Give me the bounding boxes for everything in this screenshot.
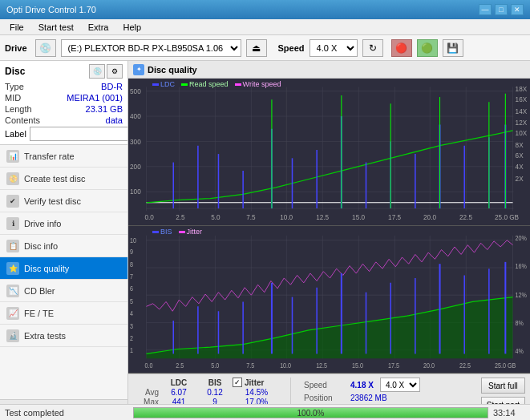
refresh-button[interactable]: ↻ [362, 39, 383, 57]
menu-help[interactable]: Help [116, 21, 148, 34]
svg-text:6X: 6X [516, 152, 524, 160]
extra-tests-icon: 🔬 [6, 329, 19, 342]
speed-row: Speed 4.18 X 4.0 X [304, 378, 420, 392]
nav-disc-quality[interactable]: ⭐ Disc quality [0, 257, 127, 280]
write-speed-legend-dot [235, 83, 241, 86]
minimize-button[interactable]: — [479, 4, 492, 15]
nav-create-test-disc-label: Create test disc [24, 174, 85, 184]
config2-button[interactable]: 🟢 [417, 39, 438, 57]
nav-cd-bler-label: CD Bler [24, 286, 55, 296]
create-test-disc-icon: 📀 [6, 172, 19, 185]
avg-jitter: 14.5% [233, 388, 281, 397]
position-value: 23862 MB [350, 394, 399, 402]
svg-text:7.5: 7.5 [246, 214, 256, 221]
read-speed-legend-label: Read speed [189, 80, 229, 88]
fe-te-icon: 📈 [6, 307, 19, 320]
svg-text:0.0: 0.0 [144, 214, 154, 221]
bis-legend-dot [152, 231, 159, 233]
svg-text:16X: 16X [516, 96, 528, 103]
drive-icon: 💿 [35, 39, 56, 57]
save-button[interactable]: 💾 [443, 39, 463, 57]
maximize-button[interactable]: □ [495, 4, 508, 15]
legend-write-speed: Write speed [235, 80, 281, 88]
legend-ldc: LDC [152, 80, 175, 88]
svg-text:20%: 20% [516, 234, 527, 242]
disc-eject-icon[interactable]: 💿 [89, 64, 105, 79]
drive-select[interactable]: (E:) PLEXTOR BD-R PX-LB950SA 1.06 [61, 39, 241, 57]
close-button[interactable]: ✕ [511, 4, 524, 15]
progress-time: 33:14 [493, 408, 525, 418]
svg-text:300: 300 [130, 138, 141, 145]
bis-header: BIS [199, 378, 231, 387]
svg-text:22.5: 22.5 [459, 362, 471, 370]
ldc-legend-dot [152, 83, 159, 86]
avg-ldc: 6.07 [160, 388, 197, 397]
svg-text:10X: 10X [516, 130, 528, 137]
svg-text:12.5: 12.5 [316, 362, 327, 370]
menu-file[interactable]: File [3, 21, 30, 34]
svg-text:400: 400 [130, 113, 141, 120]
bis-legend-label: BIS [160, 228, 172, 236]
svg-text:22.5: 22.5 [459, 214, 472, 221]
svg-text:10.0: 10.0 [280, 362, 291, 370]
nav-drive-info-label: Drive info [24, 219, 61, 228]
svg-text:5.0: 5.0 [211, 362, 219, 370]
legend-jitter: Jitter [179, 228, 203, 236]
ldc-legend-label: LDC [160, 80, 175, 88]
config1-button[interactable]: 🔴 [391, 39, 412, 57]
svg-text:0.0: 0.0 [144, 362, 152, 370]
charts-container: LDC Read speed Write speed 500 [128, 79, 530, 374]
eject-button[interactable]: ⏏ [246, 39, 267, 57]
jitter-checkbox[interactable]: ✓ [233, 378, 242, 387]
nav-create-test-disc[interactable]: 📀 Create test disc [0, 168, 127, 190]
jitter-legend-dot [179, 231, 185, 233]
speed-value: 4.18 X [350, 381, 374, 390]
disc-length-value: 23.31 GB [86, 104, 123, 114]
disc-panel-title: Disc [5, 66, 25, 77]
position-row: Position 23862 MB [304, 394, 420, 402]
menu-extra[interactable]: Extra [82, 21, 115, 34]
svg-text:16%: 16% [516, 263, 527, 271]
progress-bar-container: Test completed 100.0% 33:14 [0, 404, 530, 420]
legend-read-speed: Read speed [181, 80, 229, 88]
top-chart: LDC Read speed Write speed 500 [128, 79, 530, 226]
nav-transfer-rate[interactable]: 📊 Transfer rate [0, 145, 127, 168]
position-label: Position [304, 394, 344, 402]
svg-text:12.5: 12.5 [316, 214, 329, 221]
nav-cd-bler[interactable]: 📉 CD Bler [0, 280, 127, 302]
svg-text:5: 5 [130, 297, 133, 305]
nav-verify-test-disc[interactable]: ✔ Verify test disc [0, 190, 127, 212]
chart-title: Disc quality [148, 65, 197, 75]
disc-settings-icon[interactable]: ⚙ [107, 64, 123, 79]
svg-text:8: 8 [130, 260, 133, 269]
bottom-chart-svg: 10 9 8 7 6 5 4 3 2 1 20% 16% 12% 8% 4% [128, 226, 530, 373]
sidebar: Disc 💿 ⚙ Type BD-R MID MEIRA1 (001) Leng… [0, 61, 128, 420]
progress-status: Test completed [0, 408, 128, 418]
disc-panel: Disc 💿 ⚙ Type BD-R MID MEIRA1 (001) Leng… [0, 61, 127, 145]
content-area: ✦ Disc quality LDC Read speed [128, 61, 530, 420]
speed-label: Speed [278, 43, 305, 53]
speed-label: Speed [304, 381, 344, 390]
svg-text:5.0: 5.0 [211, 214, 220, 221]
disc-label-input[interactable] [30, 127, 128, 141]
speed-select[interactable]: 4.0 X [380, 378, 420, 392]
svg-text:12%: 12% [516, 291, 527, 299]
speed-select[interactable]: 4.0 X [310, 39, 358, 57]
nav-drive-info[interactable]: ℹ Drive info [0, 212, 127, 235]
disc-mid-row: MID MEIRA1 (001) [5, 93, 123, 103]
svg-text:10.0: 10.0 [280, 214, 293, 221]
start-full-button[interactable]: Start full [481, 378, 525, 394]
nav-extra-tests[interactable]: 🔬 Extra tests [0, 325, 127, 347]
transfer-rate-icon: 📊 [6, 150, 19, 163]
nav-extra-tests-label: Extra tests [24, 331, 66, 341]
svg-text:2X: 2X [516, 175, 524, 182]
avg-label: Avg [133, 388, 159, 397]
disc-length-label: Length [5, 104, 32, 114]
drive-bar: Drive 💿 (E:) PLEXTOR BD-R PX-LB950SA 1.0… [0, 35, 530, 61]
nav-fe-te[interactable]: 📈 FE / TE [0, 302, 127, 325]
nav-disc-info[interactable]: 📋 Disc info [0, 235, 127, 257]
nav-disc-info-label: Disc info [24, 241, 58, 251]
drive-label: Drive [5, 43, 27, 53]
menu-start-test[interactable]: Start test [32, 21, 80, 34]
top-chart-legend: LDC Read speed Write speed [152, 80, 281, 88]
